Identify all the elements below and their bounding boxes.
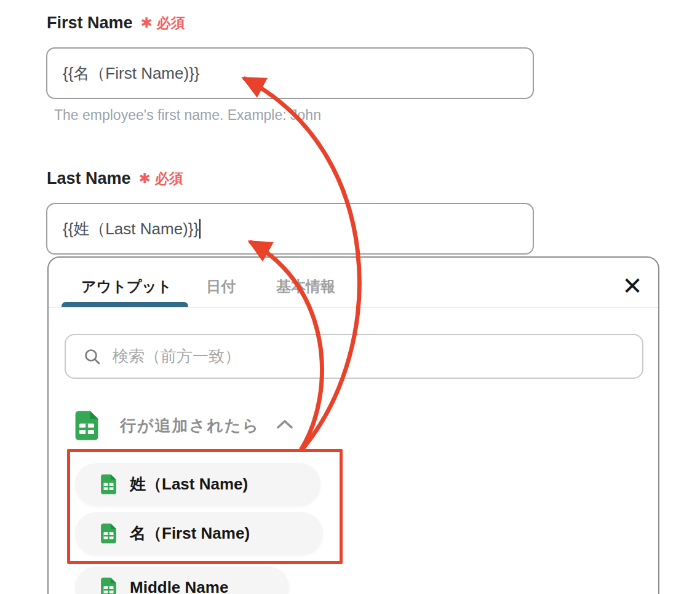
first-name-input[interactable]: {{名（First Name)}} [46,47,534,99]
last-name-input-value: {{姓（Last Name)}} [63,218,199,240]
first-name-helper-text: The employee's first name. Example: John [54,107,321,124]
trigger-group-label: 行が追加されたら [120,415,260,437]
required-badge: 必須 [157,14,185,33]
google-sheets-icon [98,473,119,495]
variable-item-label: 姓（Last Name) [130,473,248,495]
tab-output[interactable]: アウトプット [81,277,172,296]
search-input[interactable] [111,346,642,366]
close-icon[interactable]: ✕ [618,271,647,301]
trigger-group-header[interactable]: 行が追加されたら [71,410,294,442]
google-sheets-icon [98,523,119,544]
label-text: Last Name [47,169,131,188]
tab-basic-info[interactable]: 基本情報 [276,277,335,296]
required-asterisk-icon: ✱ [141,15,153,31]
text-cursor [199,219,201,239]
search-icon [83,347,101,366]
variable-item-middle-name[interactable]: Middle Name [75,566,289,594]
google-sheets-icon [71,410,103,442]
search-box[interactable] [65,334,643,379]
variable-item-first-name[interactable]: 名（First Name) [75,512,323,555]
tabs-divider [49,307,658,308]
field-label-first-name: First Name ✱ 必須 [47,14,185,33]
chevron-up-icon[interactable] [276,419,294,432]
variable-picker-panel: アウトプット 日付 基本情報 ✕ 行 [47,256,659,594]
page: First Name ✱ 必須 {{名（First Name)}} The em… [0,0,700,594]
variable-item-label: 名（First Name) [130,523,250,544]
required-badge: 必須 [155,169,183,188]
variable-item-last-name[interactable]: 姓（Last Name) [75,463,320,505]
required-asterisk-icon: ✱ [139,170,151,187]
label-text: First Name [47,14,133,33]
variable-item-label: Middle Name [130,578,228,594]
first-name-input-value: {{名（First Name)}} [63,63,200,84]
field-label-last-name: Last Name ✱ 必須 [47,169,183,188]
last-name-input[interactable]: {{姓（Last Name)}} [46,203,534,255]
google-sheets-icon [98,577,119,594]
tab-date[interactable]: 日付 [206,277,236,296]
